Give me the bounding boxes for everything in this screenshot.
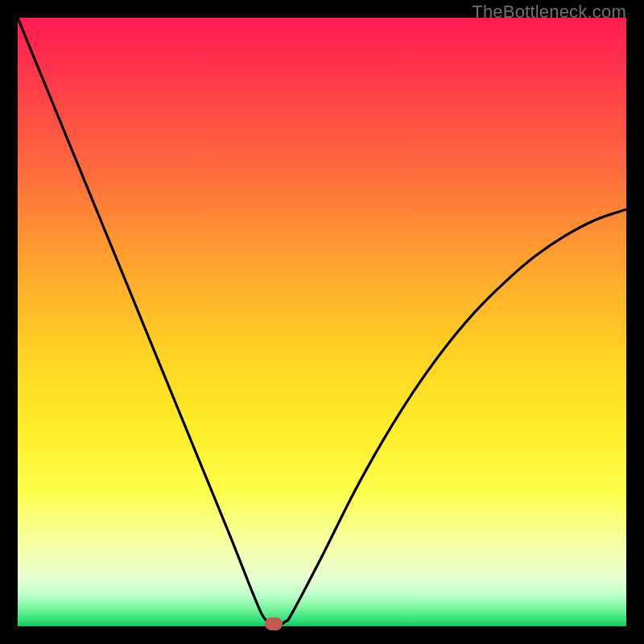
optimal-point-marker [265,617,283,630]
chart-plot-area [18,18,626,626]
bottleneck-curve [18,18,626,626]
